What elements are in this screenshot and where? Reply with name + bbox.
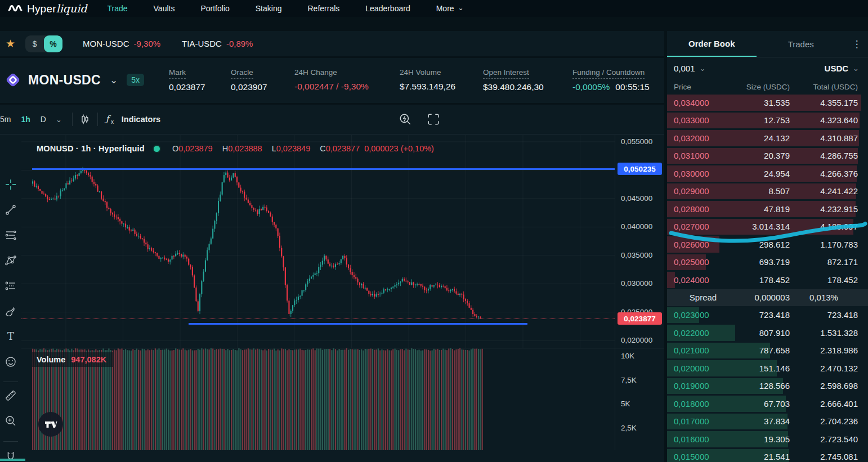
chevron-down-icon: ⌄ <box>458 4 464 12</box>
ask-row[interactable]: 0,026000298.6121.170.783 <box>667 236 868 253</box>
order-book-controls: 0,001 ⌄ USDC ⌄ <box>667 57 868 79</box>
stat-value: -0,0005%00:55:15 <box>572 82 650 92</box>
stat-open-interest: Open Interest$39.480.246,30 <box>483 67 544 92</box>
bid-row[interactable]: 0,023000723.418723.418 <box>667 307 868 324</box>
stat-value-part: $7.593.149,26 <box>400 82 455 92</box>
zoom-in-icon[interactable] <box>5 415 17 427</box>
leverage-badge[interactable]: 5x <box>127 74 144 86</box>
stat-24h-volume: 24H Volume$7.593.149,26 <box>400 67 455 92</box>
ask-row[interactable]: 0,03400031.5354.355.175 <box>667 94 868 111</box>
stat-oracle: Oracle0,023907 <box>231 67 267 92</box>
interval-chevron-down-icon[interactable]: ⌄ <box>51 115 66 124</box>
hyperliquid-logo[interactable]: Hyperliquid <box>8 2 87 15</box>
nav-item-trade[interactable]: Trade <box>107 4 127 13</box>
ruler-icon[interactable] <box>5 389 17 402</box>
stat-value: $7.593.149,26 <box>400 82 455 92</box>
nav-item-staking[interactable]: Staking <box>256 4 282 13</box>
price-tick: 0,035000 <box>621 251 652 259</box>
interval-5m[interactable]: 5m <box>0 115 16 124</box>
candle-style-icon[interactable] <box>78 113 92 126</box>
resistance-line[interactable] <box>32 168 615 170</box>
order-price: 0,029000 <box>674 186 732 196</box>
fullscreen-icon[interactable] <box>427 113 440 126</box>
ask-row[interactable]: 0,0270003.014.3144.185.097 <box>667 218 868 236</box>
ask-row[interactable]: 0,03300012.7534.323.640 <box>667 112 868 129</box>
bid-row[interactable]: 0,019000128.5662.598.698 <box>667 378 868 395</box>
ask-row[interactable]: 0,025000693.719872.171 <box>667 254 868 271</box>
more-options-icon[interactable]: ⋮ <box>845 31 868 57</box>
order-price: 0,015000 <box>674 452 732 461</box>
stat-value-part: $39.480.246,30 <box>483 82 544 92</box>
indicators-button[interactable]: Indicators <box>122 115 160 124</box>
brush-icon[interactable] <box>5 305 17 317</box>
crosshair-icon[interactable] <box>5 178 17 191</box>
nav-item-label: Referrals <box>307 4 339 13</box>
tab-order-book[interactable]: Order Book <box>667 31 757 57</box>
legend-c: C0,023877 <box>316 144 360 153</box>
bid-row[interactable]: 0,01500021.5412.745.081 <box>667 448 868 462</box>
toolbar-divider <box>72 113 73 126</box>
ask-row[interactable]: 0,0290008.5074.241.422 <box>667 183 868 200</box>
emoji-icon[interactable] <box>5 356 17 368</box>
order-total: 1.531.328 <box>790 328 858 338</box>
nav-item-leaderboard[interactable]: Leaderboard <box>365 4 410 13</box>
order-size: 47.819 <box>732 204 790 214</box>
ask-row[interactable]: 0,024000178.452178.452 <box>667 271 868 289</box>
bid-row[interactable]: 0,022000807.9101.531.328 <box>667 324 868 342</box>
pair-selector[interactable]: MON-USDC ⌄ 5x <box>5 71 144 88</box>
ask-row[interactable]: 0,03200024.1324.310.887 <box>667 129 868 147</box>
trendline-icon[interactable] <box>5 204 17 216</box>
tab-trades[interactable]: Trades <box>757 31 846 57</box>
nav-item-referrals[interactable]: Referrals <box>307 4 339 13</box>
chart-panel: 5m1hD ⌄ ƒ x Indicators <box>0 105 664 462</box>
tradingview-logo[interactable] <box>38 412 63 437</box>
currency-display-toggle[interactable]: $ % <box>25 35 62 52</box>
rail-divider <box>3 382 18 382</box>
interval-d[interactable]: D <box>35 115 51 124</box>
chart-legend-ohlc: O0,023879H0,023888L0,023849C0,023877 <box>169 144 360 153</box>
order-total: 4.185.097 <box>790 222 858 231</box>
fx-icon[interactable]: ƒ x <box>104 113 117 126</box>
ticker-pair-tia-usdc[interactable]: TIA-USDC-0,89% <box>182 39 253 48</box>
nav-item-more[interactable]: More⌄ <box>436 4 464 13</box>
nav-item-vaults[interactable]: Vaults <box>154 4 175 13</box>
xabcd-pattern-icon[interactable] <box>5 254 17 267</box>
current-price-badge: 0,023877 <box>618 312 662 325</box>
order-size: 723.418 <box>732 310 790 320</box>
support-line[interactable] <box>189 323 527 325</box>
favorites-star-icon[interactable]: ★ <box>6 37 15 50</box>
ask-row[interactable]: 0,02800047.8194.232.915 <box>667 200 868 218</box>
mon-token-icon <box>5 71 21 88</box>
order-size: 24.132 <box>732 133 790 143</box>
stat-label: 24H Volume <box>400 68 441 78</box>
volume-axis[interactable]: 10K7,5K5K2,5K <box>615 348 664 450</box>
bid-row[interactable]: 0,01800067.7032.666.401 <box>667 395 868 412</box>
ask-row[interactable]: 0,03100020.3794.286.755 <box>667 147 868 165</box>
text-icon[interactable]: T <box>5 330 17 343</box>
bid-row[interactable]: 0,021000787.6582.318.986 <box>667 342 868 360</box>
bid-row[interactable]: 0,020000151.1462.470.132 <box>667 360 868 377</box>
order-total: 4.241.422 <box>790 186 858 196</box>
ask-row[interactable]: 0,03000024.9544.266.376 <box>667 165 868 182</box>
bid-row[interactable]: 0,01700037.8342.704.236 <box>667 413 868 430</box>
tick-size-select[interactable]: 0,001 ⌄ <box>674 64 705 73</box>
order-price: 0,033000 <box>674 115 732 125</box>
forecast-icon[interactable] <box>5 280 17 292</box>
toggle-percent[interactable]: % <box>44 35 62 52</box>
interval-1h[interactable]: 1h <box>16 115 35 124</box>
bid-row[interactable]: 0,01600019.3052.723.540 <box>667 430 868 448</box>
fib-lines-icon[interactable] <box>5 229 17 241</box>
toggle-dollar[interactable]: $ <box>25 35 44 52</box>
logo-text: Hyperliquid <box>27 2 87 15</box>
price-axis[interactable]: 0,050235 0,023877 0,0550000,0450000,0400… <box>615 135 664 348</box>
unit-select[interactable]: USDC ⌄ <box>825 64 859 73</box>
nav-item-label: More <box>436 4 454 13</box>
price-pane[interactable]: MONUSD · 1h · Hyperliquid O0,023879H0,02… <box>21 135 615 348</box>
nav-item-portfolio[interactable]: Portfolio <box>200 4 229 13</box>
nav-item-label: Vaults <box>154 4 175 13</box>
flash-search-icon[interactable] <box>399 113 412 126</box>
order-total: 4.310.887 <box>790 133 858 143</box>
stat-label: Funding / Countdown <box>572 68 645 79</box>
ticker-pair-mon-usdc[interactable]: MON-USDC-9,30% <box>83 39 160 48</box>
order-price: 0,023000 <box>674 310 732 320</box>
